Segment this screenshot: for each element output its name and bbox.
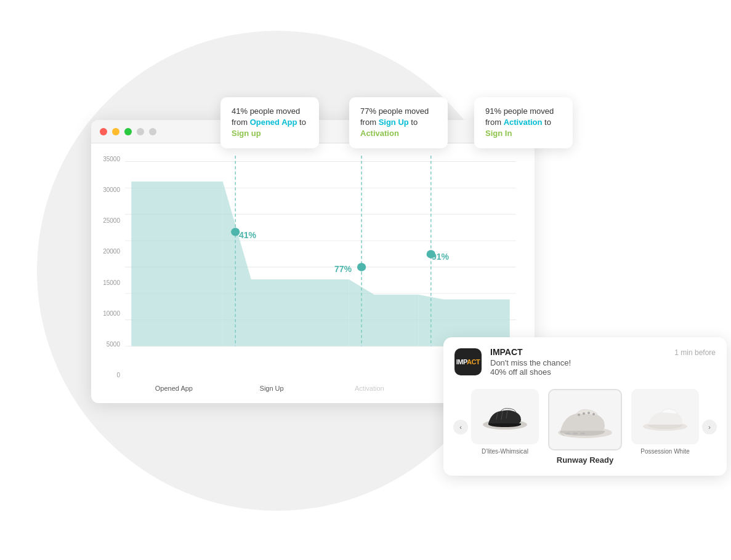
notification-card: IMPACT IMPACT Don't miss the chance! 40%… xyxy=(443,337,727,476)
tooltip-1-from-highlight: Opened App xyxy=(250,118,297,127)
tooltip-2-stat: 77% people moved from Sign Up to Activat… xyxy=(360,106,437,140)
y-label-10000: 10000 xyxy=(103,310,120,317)
notification-body: Don't miss the chance! 40% off all shoes xyxy=(490,358,666,377)
svg-point-19 xyxy=(592,413,595,415)
x-label-activation: Activation xyxy=(321,385,419,392)
notification-time: 1 min before xyxy=(674,348,716,357)
tooltip-1-from: from xyxy=(232,118,250,127)
tooltip-2-to-highlight: Activation xyxy=(360,129,399,138)
y-label-20000: 20000 xyxy=(103,248,120,255)
carousel-prev-button[interactable]: ‹ xyxy=(453,420,468,434)
impact-logo-text: IMPACT xyxy=(456,358,480,366)
dot-red[interactable] xyxy=(100,128,107,135)
svg-rect-22 xyxy=(580,433,585,434)
product-image-1 xyxy=(471,389,539,444)
x-label-sign-up: Sign Up xyxy=(223,385,321,392)
tooltip-3-from: from xyxy=(485,118,504,127)
notification-message: 40% off all shoes xyxy=(490,367,551,377)
tooltip-2-to: to xyxy=(409,118,418,127)
y-label-35000: 35000 xyxy=(103,156,120,162)
tooltip-3-stat: 91% people moved from Activation to Sign… xyxy=(485,106,562,140)
svg-point-17 xyxy=(583,412,585,415)
tooltip-card-2: 77% people moved from Sign Up to Activat… xyxy=(349,97,448,148)
pct-label-91: 91% xyxy=(432,251,449,262)
tooltip-1-text: 41% people moved xyxy=(232,106,300,116)
y-label-30000: 30000 xyxy=(103,186,120,193)
pct-label-41: 41% xyxy=(239,230,256,241)
shoe-svg-3 xyxy=(639,400,692,434)
y-axis: 35000 30000 25000 20000 15000 10000 5000… xyxy=(97,156,125,378)
shoe-svg-2 xyxy=(553,399,618,441)
product-name-3: Possession White xyxy=(640,448,689,455)
svg-point-12 xyxy=(357,263,366,271)
svg-rect-21 xyxy=(573,433,578,434)
y-label-0: 0 xyxy=(116,372,120,378)
dot-yellow[interactable] xyxy=(112,128,119,135)
tooltip-2-text: 77% people moved xyxy=(360,106,429,116)
product-item-2[interactable]: Runway Ready xyxy=(548,389,622,465)
page-container: 41% people moved from Opened App to Sign… xyxy=(0,0,731,560)
tooltip-3-to: to xyxy=(542,118,551,127)
notification-header: IMPACT IMPACT Don't miss the chance! 40%… xyxy=(443,337,727,383)
tooltip-1-to: to xyxy=(297,118,305,127)
tooltip-3-text: 91% people moved xyxy=(485,106,554,116)
notification-title: Don't miss the chance! xyxy=(490,358,571,367)
product-name-2-featured: Runway Ready xyxy=(557,455,613,465)
x-label-opened-app: Opened App xyxy=(125,385,223,392)
y-label-25000: 25000 xyxy=(103,217,120,224)
carousel-next-button[interactable]: › xyxy=(702,420,717,434)
product-image-2-featured xyxy=(548,389,622,450)
tooltip-1-stat: 41% people moved from Opened App to Sign… xyxy=(232,106,308,140)
tooltip-card-1: 41% people moved from Opened App to Sign… xyxy=(220,97,319,148)
tooltip-card-3: 91% people moved from Activation to Sign… xyxy=(474,97,573,148)
products-row: D'lites-Whimsical xyxy=(468,389,702,465)
y-label-5000: 5000 xyxy=(107,341,120,348)
tooltip-2-from: from xyxy=(360,118,379,127)
svg-point-16 xyxy=(578,414,580,416)
svg-rect-20 xyxy=(565,433,570,434)
notification-text-block: IMPACT Don't miss the chance! 40% off al… xyxy=(490,347,666,377)
tooltip-3-to-highlight: Sign In xyxy=(485,129,512,138)
impact-logo: IMPACT xyxy=(454,348,482,375)
shoe-svg-1 xyxy=(479,400,531,434)
dot-green[interactable] xyxy=(124,128,132,135)
product-name-1: D'lites-Whimsical xyxy=(482,448,528,455)
y-label-15000: 15000 xyxy=(103,279,120,286)
notification-app-name: IMPACT xyxy=(490,347,666,357)
product-item-3: Possession White xyxy=(628,389,702,465)
tooltip-1-to-highlight: Sign up xyxy=(232,129,261,138)
dot-gray-2 xyxy=(149,128,156,135)
pct-label-77: 77% xyxy=(334,263,352,274)
product-image-3 xyxy=(631,389,699,444)
product-item-1: D'lites-Whimsical xyxy=(468,389,542,465)
tooltip-3-from-highlight: Activation xyxy=(504,118,543,127)
product-carousel: ‹ D'lites-Whimsical xyxy=(443,383,727,476)
svg-point-18 xyxy=(588,412,590,414)
dot-gray-1 xyxy=(137,128,144,135)
tooltip-2-from-highlight: Sign Up xyxy=(379,118,409,127)
